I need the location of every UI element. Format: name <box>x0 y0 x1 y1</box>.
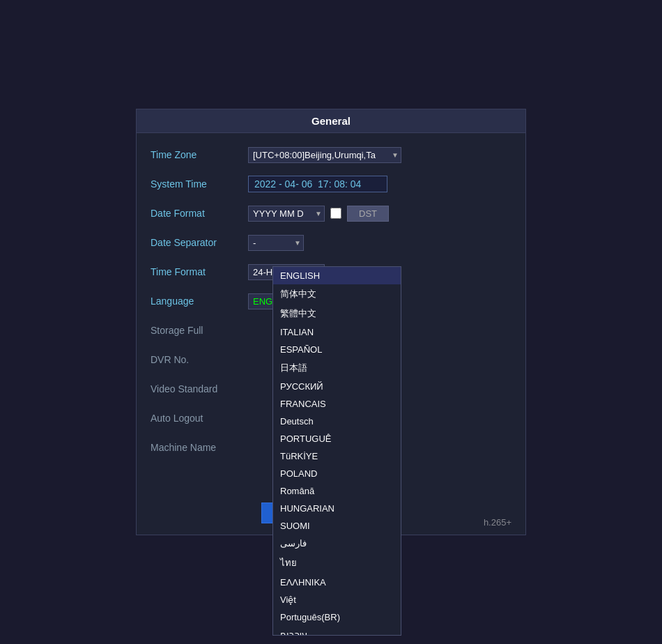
dateseparator-row: Date Separator - <box>151 232 511 253</box>
language-option[interactable]: 日本語 <box>273 358 401 378</box>
dst-button[interactable]: DST <box>347 206 389 222</box>
timeformat-label: Time Format <box>151 266 248 277</box>
systemtime-control <box>248 176 387 192</box>
language-option[interactable]: ITALIAN <box>273 323 401 341</box>
dateformat-label: Date Format <box>151 208 248 219</box>
language-option[interactable]: FRANCAIS <box>273 395 401 413</box>
timezone-label: Time Zone <box>151 149 248 160</box>
dateseparator-control: - <box>248 235 304 251</box>
dst-checkbox[interactable] <box>330 208 341 219</box>
language-option[interactable]: TüRKİYE <box>273 447 401 465</box>
language-option[interactable]: SUOMI <box>273 517 401 535</box>
dateformat-select[interactable]: YYYY MM D <box>248 206 325 222</box>
language-option[interactable]: עירבוח <box>273 626 401 636</box>
language-option[interactable]: ΕΛΛΗΝΙΚΑ <box>273 574 401 591</box>
systemtime-row: System Time <box>151 174 511 194</box>
dateformat-control: YYYY MM D DST <box>248 206 389 222</box>
dateseparator-label: Date Separator <box>151 237 248 248</box>
videostandard-label: Video Standard <box>151 383 248 394</box>
dateformat-select-wrapper: YYYY MM D <box>248 206 325 222</box>
language-option[interactable]: Việt <box>273 591 401 608</box>
dateseparator-select-wrapper: - <box>248 235 304 251</box>
timezone-select-wrapper: [UTC+08:00]Beijing,Urumqi,Ta <box>248 147 401 163</box>
systemtime-input[interactable] <box>248 176 387 192</box>
timezone-control: [UTC+08:00]Beijing,Urumqi,Ta <box>248 147 401 163</box>
language-option[interactable]: 简体中文 <box>273 284 401 304</box>
dateformat-row: Date Format YYYY MM D DST <box>151 203 511 224</box>
language-option[interactable]: ENGLISH <box>273 267 401 284</box>
language-label: Language <box>151 296 248 307</box>
dvrno-label: DVR No. <box>151 354 248 365</box>
storagefull-label: Storage Full <box>151 325 248 336</box>
autologout-label: Auto Logout <box>151 413 248 424</box>
dateseparator-select[interactable]: - <box>248 235 304 251</box>
systemtime-label: System Time <box>151 178 248 190</box>
dialog-title: General <box>137 109 525 133</box>
language-option[interactable]: РУССКИЙ <box>273 378 401 395</box>
timezone-row: Time Zone [UTC+08:00]Beijing,Urumqi,Ta <box>151 144 511 165</box>
timezone-select[interactable]: [UTC+08:00]Beijing,Urumqi,Ta <box>248 147 401 163</box>
language-option[interactable]: Română <box>273 482 401 500</box>
general-dialog: General Time Zone [UTC+08:00]Beijing,Uru… <box>136 109 526 535</box>
language-option[interactable]: 繁體中文 <box>273 304 401 323</box>
language-option[interactable]: HUNGARIAN <box>273 500 401 517</box>
language-option[interactable]: ไทย <box>273 552 401 574</box>
language-option[interactable]: Português(BR) <box>273 608 401 626</box>
language-option[interactable]: فارسی <box>273 535 401 552</box>
language-option[interactable]: ESPAÑOL <box>273 341 401 358</box>
language-option[interactable]: Deutsch <box>273 413 401 430</box>
language-dropdown: ENGLISH简体中文繁體中文ITALIANESPAÑOL日本語РУССКИЙF… <box>272 266 401 636</box>
bottom-text: h.265+ <box>484 517 511 528</box>
language-option[interactable]: PORTUGUÊ <box>273 430 401 447</box>
language-dropdown-list[interactable]: ENGLISH简体中文繁體中文ITALIANESPAÑOL日本語РУССКИЙF… <box>273 267 401 636</box>
machinename-label: Machine Name <box>151 442 248 453</box>
language-option[interactable]: POLAND <box>273 465 401 482</box>
